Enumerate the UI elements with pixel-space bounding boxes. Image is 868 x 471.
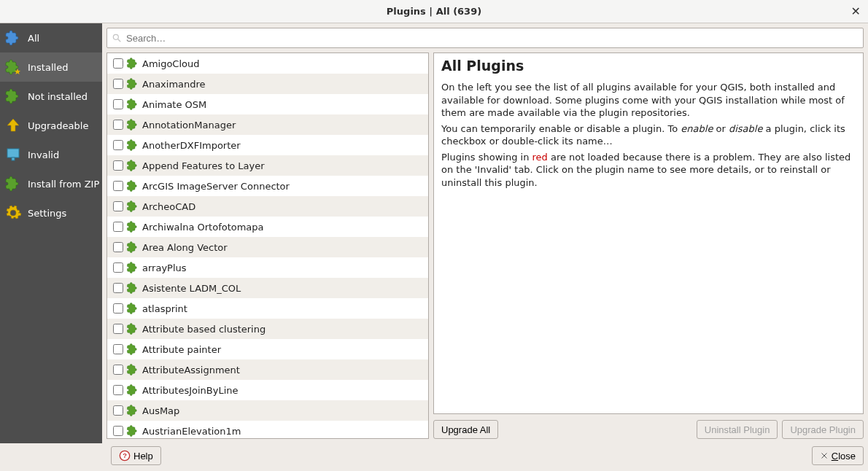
search-wrap [106,28,864,48]
search-input[interactable] [126,33,859,44]
plugin-checkbox[interactable] [113,79,123,89]
plugin-checkbox[interactable] [113,344,123,354]
plugin-checkbox[interactable] [113,324,123,334]
detail-pane: All Plugins On the left you see the list… [433,52,864,439]
plugin-name: AttributeAssignment [142,365,240,375]
sidebar-item-not-installed[interactable]: Not installed [0,82,102,111]
plugin-row[interactable]: Attribute based clustering [107,319,428,339]
sidebar-item-label: Installed [28,62,68,73]
plugin-name: arrayPlus [142,262,187,273]
search-field[interactable] [106,28,864,48]
puzzle-green-icon [126,322,139,335]
plugin-row[interactable]: ArcGIS ImageServer Connector [107,176,428,196]
sidebar-item-label: All [28,33,39,44]
detail-buttons: Upgrade All Uninstall Plugin Upgrade Plu… [433,420,864,439]
puzzle-green-icon [126,220,139,233]
detail-p2: You can temporarily enable or disable a … [441,122,856,148]
plugin-row[interactable]: AnotherDXFImporter [107,135,428,155]
puzzle-green-icon [126,98,139,111]
sidebar-item-install-zip[interactable]: Install from ZIP [0,169,102,198]
plugin-list[interactable]: AmigoCloudAnaximandreAnimate OSMAnnotati… [107,53,428,438]
plugin-checkbox[interactable] [113,181,123,191]
puzzle-green-icon [126,159,139,172]
plugin-checkbox[interactable] [113,262,123,273]
plugin-row[interactable]: Append Features to Layer [107,155,428,176]
close-button-label: Close [832,451,856,462]
detail-p1: On the left you see the list of all plug… [441,81,856,120]
plugin-name: Archiwalna Ortofotomapa [142,222,264,233]
help-button-label: Help [133,451,153,462]
plugin-row[interactable]: AttributeAssignment [107,359,428,380]
plugin-checkbox[interactable] [113,405,123,416]
plugin-checkbox[interactable] [113,222,123,232]
help-icon [119,450,131,462]
puzzle-green-icon [126,424,139,437]
plugin-row[interactable]: AusMap [107,400,428,421]
sidebar-item-invalid[interactable]: Invalid [0,140,102,169]
puzzle-green-icon [126,302,139,315]
plugin-checkbox[interactable] [113,426,123,436]
puzzle-green-icon [126,343,139,356]
plugins-dialog: Plugins | All (639) ✕ All Installed Not … [0,0,868,471]
plugin-name: AnnotationManager [142,120,236,131]
plugin-checkbox[interactable] [113,99,123,109]
plugin-checkbox[interactable] [113,120,123,130]
sidebar-item-upgradeable[interactable]: Upgradeable [0,111,102,140]
plugin-name: Area Along Vector [142,242,228,253]
plugin-row[interactable]: Archiwalna Ortofotomapa [107,217,428,237]
puzzle-green-icon [126,241,139,254]
puzzle-green-icon [126,139,139,152]
plugin-row[interactable]: AmigoCloud [107,53,428,74]
plugin-row[interactable]: AnnotationManager [107,114,428,135]
plugin-checkbox[interactable] [113,58,123,69]
sidebar-item-settings[interactable]: Settings [0,198,102,227]
plugin-row[interactable]: Anaximandre [107,74,428,94]
plugin-name: Anaximandre [142,79,206,90]
uninstall-plugin-button[interactable]: Uninstall Plugin [697,420,778,439]
plugin-name: ArcGIS ImageServer Connector [142,181,290,192]
plugin-row[interactable]: AustrianElevation1m [107,421,428,438]
puzzle-green-icon [126,404,139,417]
plugin-checkbox[interactable] [113,160,123,171]
upgrade-plugin-button[interactable]: Upgrade Plugin [782,420,864,439]
help-button[interactable]: Help [111,446,161,465]
puzzle-green-icon [4,87,22,105]
invalid-icon [4,146,22,163]
close-button[interactable]: Close [812,446,864,465]
plugin-list-pane: AmigoCloudAnaximandreAnimate OSMAnnotati… [106,52,429,439]
puzzle-green-icon [126,200,139,213]
sidebar-item-label: Install from ZIP [28,179,99,190]
plugin-row[interactable]: Asistente LADM_COL [107,278,428,298]
puzzle-green-icon [126,384,139,397]
plugin-checkbox[interactable] [113,385,123,395]
plugin-row[interactable]: Animate OSM [107,94,428,114]
window-close-button[interactable]: ✕ [851,4,861,19]
plugin-row[interactable]: AttributesJoinByLine [107,380,428,400]
plugin-row[interactable]: atlasprint [107,298,428,319]
plugin-row[interactable]: ArcheoCAD [107,196,428,217]
plugin-row[interactable]: Area Along Vector [107,237,428,257]
footer: Help Close [0,443,868,471]
plugin-checkbox[interactable] [113,201,123,211]
puzzle-greenstar-icon [4,58,22,76]
titlebar: Plugins | All (639) ✕ [0,0,868,23]
upgrade-all-button[interactable]: Upgrade All [433,420,498,439]
plugin-row[interactable]: Attribute painter [107,339,428,359]
puzzle-green-icon [126,281,139,295]
puzzle-green-icon [126,179,139,192]
close-icon [820,451,829,460]
puzzle-green-icon [126,57,139,70]
plugin-name: Append Features to Layer [142,160,264,171]
plugin-name: AusMap [142,405,179,416]
sidebar-item-label: Settings [28,208,66,219]
puzzle-blue-icon [4,29,22,47]
sidebar-item-all[interactable]: All [0,23,102,52]
plugin-checkbox[interactable] [113,303,123,314]
plugin-checkbox[interactable] [113,140,123,150]
plugin-row[interactable]: arrayPlus [107,257,428,278]
plugin-checkbox[interactable] [113,242,123,252]
plugin-name: AttributesJoinByLine [142,385,239,396]
sidebar-item-installed[interactable]: Installed [0,52,102,82]
plugin-checkbox[interactable] [113,283,123,293]
plugin-checkbox[interactable] [113,365,123,375]
